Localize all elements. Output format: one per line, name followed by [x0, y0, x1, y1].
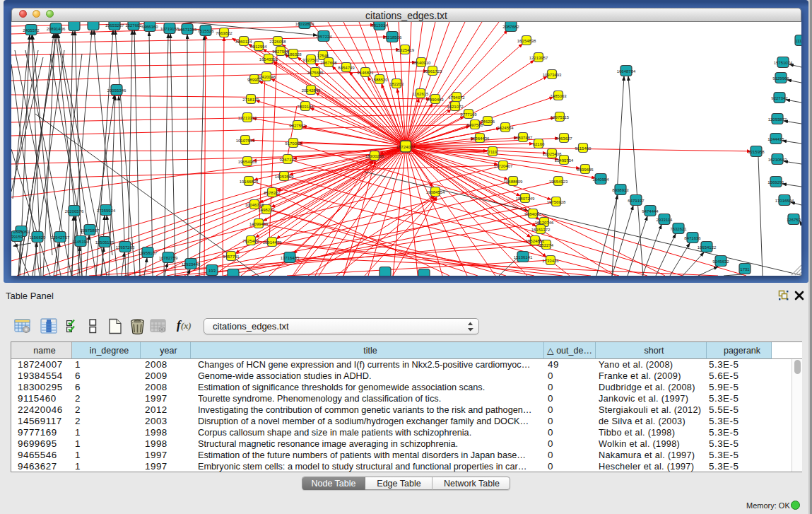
svg-text:16210643: 16210643: [768, 158, 787, 162]
svg-text:15136141: 15136141: [514, 255, 533, 259]
svg-text:7485063: 7485063: [550, 94, 567, 98]
svg-text:9245632: 9245632: [712, 259, 729, 264]
svg-text:1621072: 1621072: [447, 105, 464, 109]
svg-text:9827552: 9827552: [289, 124, 306, 128]
svg-text:9146821: 9146821: [357, 71, 374, 75]
svg-text:193: 193: [208, 269, 216, 273]
svg-text:10961723: 10961723: [423, 69, 442, 74]
svg-text:20055346: 20055346: [107, 88, 126, 93]
svg-text:10973493: 10973493: [543, 73, 562, 77]
svg-text:12942757: 12942757: [51, 235, 70, 240]
svg-text:9384067: 9384067: [524, 212, 541, 216]
svg-text:8990443: 8990443: [427, 98, 444, 102]
svg-text:14353569: 14353569: [275, 175, 294, 179]
svg-text:14099459: 14099459: [249, 222, 269, 226]
svg-text:7632621: 7632621: [670, 227, 687, 231]
svg-text:7119: 7119: [488, 150, 498, 154]
svg-text:12505135: 12505135: [95, 240, 114, 245]
svg-text:6794072: 6794072: [448, 95, 465, 100]
svg-text:8454749: 8454749: [338, 66, 355, 70]
svg-text:9777169: 9777169: [460, 112, 477, 117]
svg-text:12923448: 12923448: [182, 262, 201, 267]
svg-text:19654963: 19654963: [238, 160, 257, 164]
svg-text:1162615: 1162615: [413, 92, 430, 96]
svg-text:9267110: 9267110: [280, 158, 297, 162]
svg-text:2933114: 2933114: [657, 218, 673, 222]
svg-text:13716485: 13716485: [281, 256, 300, 260]
svg-text:9115460: 9115460: [575, 146, 592, 151]
svg-text:8186328: 8186328: [285, 52, 302, 57]
svg-text:746206: 746206: [481, 119, 495, 124]
svg-text:19756928: 19756928: [547, 200, 566, 204]
svg-text:2718179: 2718179: [242, 98, 259, 102]
svg-text:252274: 252274: [539, 243, 554, 247]
svg-text:1156829: 1156829: [30, 235, 47, 240]
svg-text:19654923: 19654923: [549, 180, 568, 184]
svg-text:20891406: 20891406: [47, 27, 66, 31]
svg-text:6466160: 6466160: [141, 25, 158, 29]
svg-text:7857224: 7857224: [315, 35, 332, 39]
svg-text:3624554: 3624554: [497, 126, 514, 130]
svg-text:1731: 1731: [740, 267, 750, 271]
svg-text:2967608: 2967608: [320, 61, 337, 65]
svg-text:17016504: 17016504: [775, 199, 794, 203]
svg-text:9327501: 9327501: [302, 58, 319, 62]
svg-text:10688609: 10688609: [504, 180, 523, 184]
svg-text:2405572: 2405572: [23, 28, 40, 33]
svg-text:10107554: 10107554: [236, 139, 255, 143]
svg-text:16120746: 16120746: [535, 221, 554, 225]
svg-text:11124: 11124: [795, 39, 801, 43]
svg-text:10654122: 10654122: [698, 245, 717, 250]
svg-text:19958107: 19958107: [139, 251, 158, 255]
svg-text:9227342: 9227342: [771, 96, 788, 100]
svg-text:9457791: 9457791: [223, 255, 240, 259]
svg-text:8860124: 8860124: [235, 40, 252, 44]
svg-text:989902: 989902: [247, 78, 262, 82]
svg-text:15751074: 15751074: [774, 61, 793, 65]
svg-text:15495754: 15495754: [555, 158, 574, 163]
svg-text:1498222: 1498222: [258, 208, 275, 212]
svg-text:16151372: 16151372: [531, 228, 551, 232]
svg-text:182203: 182203: [389, 82, 404, 86]
svg-text:15720407: 15720407: [494, 164, 513, 168]
svg-text:16782759: 16782759: [159, 256, 178, 260]
svg-text:3215958: 3215958: [748, 150, 765, 154]
svg-text:16543392: 16543392: [259, 57, 278, 62]
svg-text:18640910: 18640910: [412, 61, 431, 65]
svg-text:9170005: 9170005: [285, 141, 302, 146]
svg-text:20975887: 20975887: [81, 228, 100, 233]
svg-text:11325419: 11325419: [396, 48, 415, 52]
svg-text:10719155: 10719155: [160, 27, 180, 31]
svg-text:19166825: 19166825: [240, 180, 259, 184]
svg-text:62160: 62160: [533, 142, 545, 146]
svg-text:39159: 39159: [11, 235, 23, 239]
svg-text:16671355: 16671355: [178, 28, 197, 32]
svg-text:8938913: 8938913: [612, 188, 629, 192]
svg-text:3675685: 3675685: [307, 71, 324, 75]
svg-text:2087682: 2087682: [502, 25, 519, 29]
svg-text:16648784: 16648784: [617, 69, 636, 74]
svg-text:18300295: 18300295: [365, 154, 384, 158]
svg-text:17957263: 17957263: [116, 245, 135, 250]
svg-text:1588520: 1588520: [371, 78, 388, 82]
svg-text:12975115: 12975115: [551, 115, 570, 119]
svg-text:18807249: 18807249: [516, 197, 535, 201]
svg-text:7625402: 7625402: [242, 239, 259, 243]
svg-text:8578312: 8578312: [264, 191, 281, 195]
svg-text:7803144: 7803144: [297, 105, 314, 109]
svg-text:10046738: 10046738: [245, 203, 264, 207]
svg-text:7663822: 7663822: [216, 31, 233, 35]
svg-text:17359924: 17359924: [97, 209, 116, 213]
svg-text:16033809: 16033809: [295, 22, 314, 26]
svg-text:2226058: 2226058: [269, 40, 286, 44]
svg-text:7515526: 7515526: [197, 29, 214, 33]
svg-text:9474444: 9474444: [642, 209, 659, 214]
svg-text:8699695: 8699695: [577, 168, 594, 172]
svg-text:1527602: 1527602: [125, 23, 142, 28]
svg-text:9129966: 9129966: [772, 76, 789, 81]
svg-text:8912954: 8912954: [250, 45, 267, 49]
svg-text:6479197: 6479197: [628, 199, 645, 203]
svg-text:1845061: 1845061: [13, 230, 30, 234]
svg-text:20206576: 20206576: [65, 209, 84, 214]
svg-text:1145194: 1145194: [73, 240, 90, 244]
